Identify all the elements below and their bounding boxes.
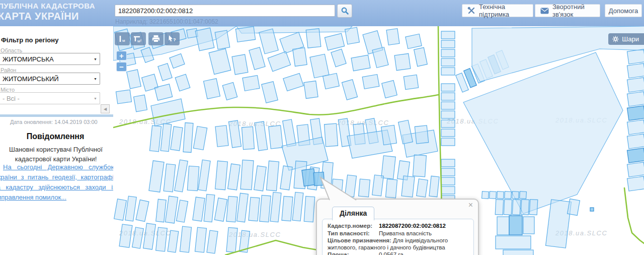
envelope-icon bbox=[540, 8, 549, 14]
message-title: Повідомлення bbox=[0, 132, 111, 141]
help-button[interactable]: Допомога bbox=[605, 4, 642, 17]
tech-support-label: Технічна підтримка bbox=[479, 3, 528, 18]
row-label: Кадастр.номер: bbox=[328, 223, 379, 230]
misto-select[interactable]: - Всі - ▼ bbox=[0, 92, 100, 104]
row-label: Площа: bbox=[328, 251, 379, 255]
raion-value: ЖИТОМИРСЬКИЙ bbox=[3, 75, 59, 83]
popup-close-button[interactable]: × bbox=[468, 201, 473, 209]
parcel-row-cadastral-number: Кадастр.номер:1822087200:02:002:0812 bbox=[328, 223, 468, 230]
area-value: 0.0567 га bbox=[379, 251, 404, 255]
measure-area-icon: м² bbox=[133, 35, 144, 43]
svg-text:м: м bbox=[122, 38, 125, 43]
parcel-info-popup: Ділянка × Кадастр.номер:1822087200:02:00… bbox=[316, 199, 479, 255]
row-label: Цільове призначення: bbox=[328, 237, 391, 243]
identify-button[interactable]: ? bbox=[165, 32, 180, 45]
measure-area-button[interactable]: м² bbox=[131, 32, 146, 45]
parcel-right-column[interactable] bbox=[627, 49, 644, 191]
selected-parcel[interactable] bbox=[302, 168, 325, 186]
region-filter-sidebar: Фільтр по регіону Область ЖИТОМИРСЬКА ▼ … bbox=[0, 26, 113, 255]
site-logo: ПУБЛІЧНА КАДАСТРОВА КАРТА УКРАЇНИ bbox=[0, 2, 95, 22]
header-bar: ПУБЛІЧНА КАДАСТРОВА КАРТА УКРАЇНИ Наприк… bbox=[0, 0, 644, 26]
parcel-row-ownership: Тип власності:Приватна власність bbox=[328, 230, 468, 237]
print-icon bbox=[151, 35, 160, 43]
measure-length-icon: м bbox=[117, 35, 127, 43]
layers-button-label: Шари bbox=[622, 35, 639, 43]
measure-length-button[interactable]: м bbox=[115, 32, 130, 45]
search-example-hint: Наприклад: 3221655100:01:047:0052 bbox=[115, 18, 218, 25]
highlighted-parcel[interactable] bbox=[509, 216, 522, 235]
update-date-text: Дата оновлення: 14.04.2019 03:00 bbox=[10, 119, 98, 125]
print-button[interactable] bbox=[148, 32, 164, 45]
oblast-value: ЖИТОМИРСЬКА bbox=[3, 55, 54, 63]
oblast-select[interactable]: ЖИТОМИРСЬКА ▼ bbox=[0, 53, 100, 65]
message-greeting: Шановні користувачі Публічної кадастрово… bbox=[2, 145, 110, 164]
chevron-down-icon: ▼ bbox=[94, 77, 97, 81]
search-button[interactable] bbox=[337, 4, 352, 18]
help-label: Допомога bbox=[609, 7, 638, 15]
misto-value: - Всі - bbox=[3, 95, 20, 102]
parcel-row-purpose: Цільове призначення: Для індивідуального… bbox=[328, 237, 468, 251]
cadastral-search-input[interactable] bbox=[115, 5, 335, 17]
filter-title: Фільтр по регіону bbox=[1, 36, 58, 44]
search-icon bbox=[341, 7, 349, 15]
sidebar-collapse-button[interactable]: ◀ bbox=[101, 104, 110, 113]
parcel-info-panel: Кадастр.номер:1822087200:02:002:0812 Тип… bbox=[322, 219, 474, 255]
tech-support-button[interactable]: Технічна підтримка bbox=[462, 4, 533, 17]
identify-cursor-icon: ? bbox=[167, 35, 177, 43]
feedback-label: Зворотний зв'язок bbox=[552, 3, 595, 18]
raion-select[interactable]: ЖИТОМИРСЬКИЙ ▼ bbox=[0, 73, 100, 85]
feedback-button[interactable]: Зворотний зв'язок bbox=[535, 4, 600, 17]
ownership-value: Приватна власність bbox=[379, 230, 432, 236]
sidebar-divider bbox=[0, 114, 113, 117]
layers-button[interactable]: Шари bbox=[608, 33, 644, 45]
parcel-strip-column[interactable] bbox=[441, 31, 455, 212]
gear-icon bbox=[612, 36, 619, 42]
svg-text:?: ? bbox=[173, 37, 176, 42]
row-label: Тип власності: bbox=[328, 230, 379, 237]
parcel-row-area: Площа:0.0567 га bbox=[328, 251, 468, 255]
cadastral-map-app: 2018.ua.SLCC 2018.ua.SLCC 2018.ua.SLCC 2… bbox=[0, 0, 644, 255]
chevron-down-icon: ▼ bbox=[94, 97, 97, 100]
collapse-arrow-icon: ◀ bbox=[104, 107, 107, 111]
chevron-down-icon: ▼ bbox=[94, 57, 97, 61]
zoom-in-button[interactable]: + bbox=[116, 51, 127, 60]
message-link[interactable]: На сьогодні Державною службою України з … bbox=[0, 162, 113, 203]
parcel-tab[interactable]: Ділянка bbox=[332, 207, 374, 221]
svg-text:м²: м² bbox=[137, 39, 142, 43]
tools-icon bbox=[467, 7, 475, 15]
logo-line2: КАРТА УКРАЇНИ bbox=[0, 11, 95, 22]
cadastral-number-value: 1822087200:02:002:0812 bbox=[379, 223, 446, 229]
logo-line1: ПУБЛІЧНА КАДАСТРОВА bbox=[0, 2, 95, 11]
zoom-out-button[interactable]: − bbox=[116, 62, 127, 72]
